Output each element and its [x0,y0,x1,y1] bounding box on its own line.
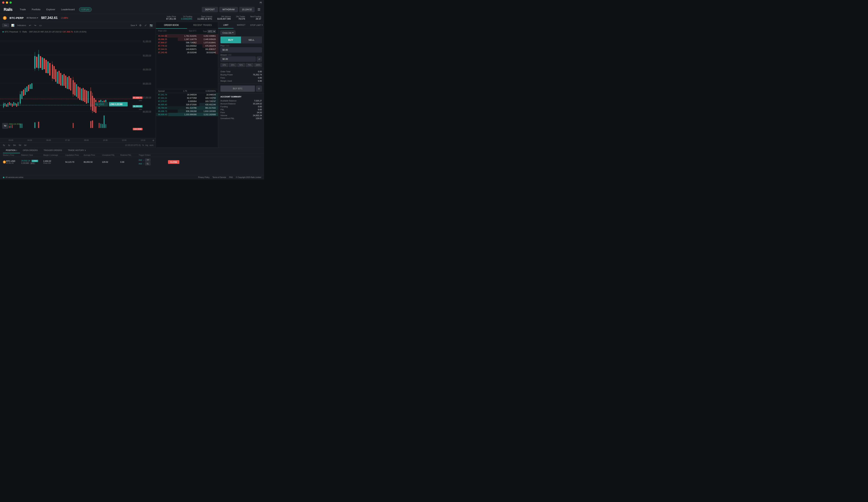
privacy-link[interactable]: Privacy Policy [198,176,209,178]
close-btn[interactable] [2,1,4,4]
svg-rect-89 [9,126,10,128]
tab-open-orders[interactable]: OPEN ORDERS [20,148,41,153]
ob-total-header: Total BTC USD [197,30,216,33]
svg-rect-73 [95,100,96,113]
time-1310: 13:10 [134,139,152,141]
tab-position[interactable]: POSITION ℹ [3,148,20,153]
svg-rect-27 [23,90,24,96]
maximize-btn[interactable] [10,1,12,4]
account-summary-title: ACCOUNT SUMMARY [220,95,262,98]
close-position-button[interactable]: CLOSE [168,160,179,164]
position-table: Market | Price Balance | Size Margin | L… [0,153,264,175]
nav-leaderboard[interactable]: Leaderboard [58,5,78,14]
order-total-row: Order Total 0.00 [220,70,262,73]
tab-recent-trades[interactable]: RECENT TRADES [187,22,218,29]
sell-button[interactable]: SELL [241,37,262,43]
volume-badge: 134.393K [133,128,143,130]
total-unit-select[interactable]: BTC USD [207,30,216,33]
undo-icon[interactable]: ↩ [28,23,32,27]
withdraw-button[interactable]: WITHDRAW [219,7,238,12]
tab-order-book[interactable]: ORDER BOOK [156,22,187,29]
deposit-button[interactable]: DEPOSIT [202,7,218,12]
pct-50-button[interactable]: 50% [237,63,245,67]
market-dropdown[interactable]: All Markets ▾ [27,17,38,19]
pct-toggle[interactable]: % [142,144,144,146]
tf-3m[interactable]: 3m [12,144,17,146]
time-09: 09:00 [77,139,96,141]
hamburger-icon[interactable]: ☰ [258,8,260,12]
pct-100-button[interactable]: 100% [254,63,262,67]
svg-rect-95 [38,122,39,128]
svg-rect-100 [99,123,100,128]
tp-button[interactable]: TP [145,158,151,162]
pct-10-button[interactable]: 10% [220,63,228,67]
bottom-panel: POSITION ℹ OPEN ORDERS TRIGGER ORDERS TR… [0,147,264,175]
minimize-btn[interactable] [6,1,8,4]
ob-buy-row: 86,696.73 836.266268 1,818.183300 [156,110,218,113]
swap-icon[interactable]: ⇄ [257,57,262,62]
tab-trigger-orders[interactable]: TRIGGER ORDERS [41,148,65,153]
chart-type-icon[interactable]: 📊 [10,23,15,27]
rect-icon[interactable]: ▭ [39,23,42,27]
calculator-icon[interactable]: ⊞ [256,86,262,92]
tf-1y[interactable]: 1y [7,144,11,146]
tab-trade-history[interactable]: TRADE HISTORY ℹ [65,148,89,153]
svg-rect-31 [30,84,31,89]
time-06: 06:00 [39,139,58,141]
svg-rect-91 [12,125,13,128]
status-bar: All services are online Privacy Policy T… [0,175,264,180]
fng-link[interactable]: FNG [229,176,233,178]
add-tp-link[interactable]: Add → [139,159,144,161]
price-field: Price USD [220,45,262,52]
sl-button[interactable]: SL [145,162,151,165]
svg-rect-48 [57,72,58,84]
auto-toggle[interactable]: auto [149,144,154,146]
account-summary: ACCOUNT SUMMARY Available Balance 7,525.… [218,94,264,122]
svg-rect-32 [31,83,32,89]
nav-portfolio[interactable]: Portfolio [29,5,43,14]
redo-icon[interactable]: ↪ [33,23,37,27]
pct-25-button[interactable]: 25% [229,63,237,67]
fullscreen-icon[interactable]: ⤢ [144,23,147,27]
status-text: All services are online [6,176,23,178]
tf-5y[interactable]: 5y [2,144,6,146]
tab-limit[interactable]: LIMIT [218,22,234,29]
svg-rect-15 [6,104,7,107]
col-header-market: Market | Price [3,154,21,156]
svg-rect-55 [69,76,70,89]
fees-row: Fees 0.00 [220,77,262,79]
tab-market[interactable]: MARKET [234,22,249,29]
submit-buy-button[interactable]: BUY BTC [220,85,255,92]
timeframe-5m-button[interactable]: 5m [2,23,9,27]
nav-trade[interactable]: Trade [17,5,29,14]
margin-row: Margin Used 0.00 [220,80,262,82]
tf-5d[interactable]: 5d [18,144,22,146]
main-layout: 5m 📊 Indicators ↩ ↪ ▭ Save ▾ ⚙ ⤢ 📷 ● BTC… [0,22,264,147]
balance-display: 10,104.52 [239,7,255,12]
pct-75-button[interactable]: 75% [246,63,254,67]
price-input[interactable] [220,47,262,52]
screenshot-icon[interactable]: 📷 [149,23,154,27]
nav-explorer[interactable]: Explorer [43,5,58,14]
buy-button[interactable]: BUY [220,37,241,43]
tab-stop-limit[interactable]: STOP LIMIT ▾ [249,22,264,29]
svg-rect-94 [34,122,35,128]
indicators-button[interactable]: Indicators [17,24,27,27]
svg-text:91,000.00: 91,000.00 [143,40,151,43]
buying-power-row: Buying Power 75,252.74 [220,74,262,76]
leverage-select[interactable]: Cross 10x ▾ [220,30,236,35]
position-market-name: BTC-USD 87,351.06 [6,160,15,164]
add-sl-link[interactable]: Add → [139,163,144,165]
time-settings-icon[interactable]: ⊕ [152,139,154,142]
tf-1d[interactable]: 1d [23,144,27,146]
save-button[interactable]: Save ▾ [131,24,137,27]
funding-row: Funding 0.00 [220,105,262,108]
log-toggle[interactable]: log [145,144,148,146]
settings-icon[interactable]: ⚙ [138,23,142,27]
amount-input[interactable] [220,57,256,62]
position-upnl: 129.02 [102,161,120,163]
col-header-avg: Average Price [84,154,102,156]
tos-link[interactable]: Terms of Service [213,176,226,178]
price-label: Price USD [220,45,262,47]
svg-rect-103 [105,124,106,128]
